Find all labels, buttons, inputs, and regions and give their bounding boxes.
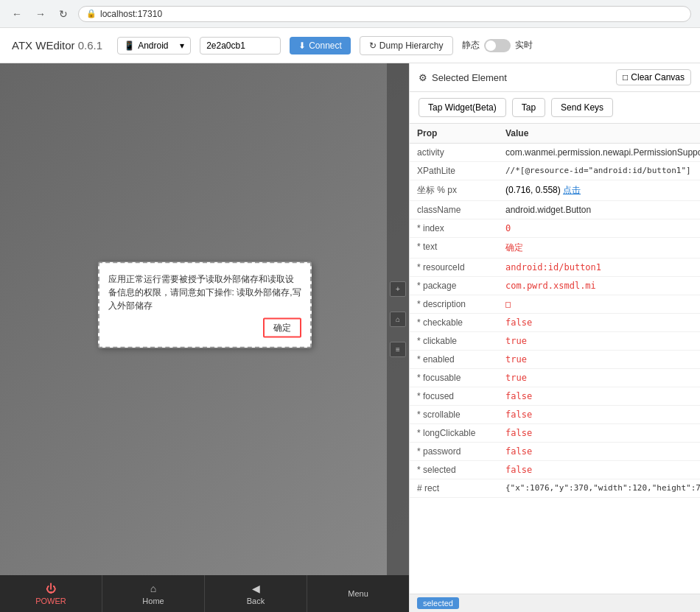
selected-badge: selected (417, 597, 459, 609)
table-row: * text确定 (410, 238, 700, 258)
table-row: 坐标 % px(0.716, 0.558) 点击 (410, 180, 700, 201)
mode-toggle[interactable] (484, 39, 511, 52)
dialog-confirm-button[interactable]: 确定 (263, 317, 301, 337)
prop-cell: className (410, 201, 498, 219)
clear-canvas-button[interactable]: □ Clear Canvas (616, 69, 691, 85)
dialog-container: 应用正常运行需要被授予读取外部储存和读取设备信息的权限，请同意如下操作: 读取外… (98, 261, 312, 348)
realtime-mode-label: 实时 (515, 39, 533, 52)
back-nav-button[interactable]: ← (9, 7, 25, 21)
side-nav: + ⌂ ≡ (387, 63, 409, 575)
device-id-input[interactable] (200, 37, 281, 54)
value-cell: android.widget.Button (498, 201, 700, 219)
prop-cell: * index (410, 219, 498, 238)
back-button[interactable]: ◀ Back (205, 575, 307, 612)
app-title: ATX WEditor 0.6.1 (12, 39, 102, 52)
android-icon: 📱 (124, 41, 135, 51)
table-row: # rect{"x":1076,"y":370,"width":120,"hei… (410, 479, 700, 498)
table-row: * checkablefalse (410, 314, 700, 332)
prop-cell: * clickable (410, 332, 498, 351)
prop-cell: * resourceId (410, 258, 498, 277)
prop-cell: * enabled (410, 351, 498, 369)
value-cell: {"x":1076,"y":370,"width":120,"height":7 (498, 479, 700, 498)
value-cell: com.pwrd.xsmdl.mi (498, 277, 700, 295)
device-content: 应用正常运行需要被授予读取外部储存和读取设备信息的权限，请同意如下操作: 读取外… (0, 63, 409, 575)
table-row: * focusedfalse (410, 387, 700, 406)
toggle-knob (486, 41, 496, 51)
app-header: ATX WEditor 0.6.1 📱 Android ▾ ⬇ Connect … (0, 28, 700, 63)
value-column-header: Value (498, 124, 700, 144)
prop-cell: * selected (410, 461, 498, 479)
dialog-btn-row: 确定 (108, 317, 301, 337)
settings-icon: ⚙ (419, 72, 427, 83)
value-cell: //*[@resource-id="android:id/button1"] (498, 162, 700, 180)
device-panel: 应用正常运行需要被授予读取外部储存和读取设备信息的权限，请同意如下操作: 读取外… (0, 63, 409, 612)
connect-icon: ⬇ (298, 41, 306, 51)
home-button[interactable]: ⌂ Home (102, 575, 205, 612)
prop-cell: * checkable (410, 314, 498, 332)
value-cell: android:id/button1 (498, 258, 700, 277)
value-cell: false (498, 443, 700, 461)
refresh-nav-button[interactable]: ↻ (56, 7, 71, 21)
table-row: * index0 (410, 219, 700, 238)
address-bar[interactable]: 🔒 localhost:17310 (78, 6, 691, 22)
home-side-button[interactable]: ⌂ (390, 312, 406, 327)
menu-side-button[interactable]: ≡ (390, 342, 406, 357)
value-cell: 0 (498, 219, 700, 238)
value-cell: false (498, 406, 700, 424)
prop-cell: * focusable (410, 369, 498, 387)
prop-cell: 坐标 % px (410, 180, 498, 201)
table-row: classNameandroid.widget.Button (410, 201, 700, 219)
click-link[interactable]: 点击 (563, 185, 581, 195)
prop-cell: * description (410, 295, 498, 314)
prop-cell: * password (410, 443, 498, 461)
volume-up-button[interactable]: + (390, 281, 406, 297)
prop-cell: * text (410, 238, 498, 258)
back-icon: ◀ (252, 583, 260, 594)
table-row: * longClickablefalse (410, 424, 700, 443)
clear-icon: □ (623, 72, 628, 82)
dialog-box: 应用正常运行需要被授予读取外部储存和读取设备信息的权限，请同意如下操作: 读取外… (98, 261, 312, 348)
panel-title: ⚙ Selected Element (419, 72, 507, 83)
table-row: activitycom.wanmei.permission.newapi.Per… (410, 144, 700, 162)
menu-button[interactable]: Menu (307, 575, 409, 612)
prop-cell: XPathLite (410, 162, 498, 180)
value-cell: true (498, 369, 700, 387)
device-screen[interactable]: 应用正常运行需要被授予读取外部储存和读取设备信息的权限，请同意如下操作: 读取外… (0, 63, 409, 575)
panel-header: ⚙ Selected Element □ Clear Canvas (410, 63, 700, 92)
right-panel: ⚙ Selected Element □ Clear Canvas Tap Wi… (409, 63, 700, 612)
main-layout: 应用正常运行需要被授予读取外部储存和读取设备信息的权限，请同意如下操作: 读取外… (0, 63, 700, 612)
value-cell: □ (498, 295, 700, 314)
value-cell: false (498, 461, 700, 479)
table-row: * clickabletrue (410, 332, 700, 351)
table-row: * description□ (410, 295, 700, 314)
table-row: * resourceIdandroid:id/button1 (410, 258, 700, 277)
dialog-text: 应用正常运行需要被授予读取外部储存和读取设备信息的权限，请同意如下操作: 读取外… (108, 272, 301, 312)
power-button[interactable]: ⏻ POWER (0, 575, 102, 612)
dump-hierarchy-button[interactable]: ↻ Dump Hierarchy (360, 36, 453, 55)
url-text: localhost:17310 (100, 9, 162, 19)
value-cell: true (498, 351, 700, 369)
prop-cell: * scrollable (410, 406, 498, 424)
platform-select[interactable]: 📱 Android ▾ (117, 37, 191, 54)
prop-cell: # rect (410, 479, 498, 498)
table-row: * packagecom.pwrd.xsmdl.mi (410, 277, 700, 295)
tap-widget-button[interactable]: Tap Widget(Beta) (419, 98, 506, 117)
value-cell[interactable]: (0.716, 0.558) 点击 (498, 180, 700, 201)
prop-cell: * package (410, 277, 498, 295)
prop-cell: * longClickable (410, 424, 498, 443)
home-icon: ⌂ (150, 583, 156, 594)
power-icon: ⏻ (46, 583, 56, 594)
chevron-down-icon: ▾ (180, 41, 184, 51)
lock-icon: 🔒 (86, 9, 97, 18)
dump-icon: ↻ (369, 41, 377, 51)
connect-button[interactable]: ⬇ Connect (290, 37, 351, 54)
send-keys-button[interactable]: Send Keys (551, 98, 613, 117)
table-row: * selectedfalse (410, 461, 700, 479)
prop-cell: activity (410, 144, 498, 162)
bottom-bar: ⏻ POWER ⌂ Home ◀ Back Menu (0, 575, 409, 612)
value-cell: com.wanmei.permission.newapi.PermissionS… (498, 144, 700, 162)
forward-nav-button[interactable]: → (32, 7, 49, 21)
tap-button[interactable]: Tap (512, 98, 545, 117)
value-cell: true (498, 332, 700, 351)
static-mode-label: 静态 (462, 39, 480, 52)
